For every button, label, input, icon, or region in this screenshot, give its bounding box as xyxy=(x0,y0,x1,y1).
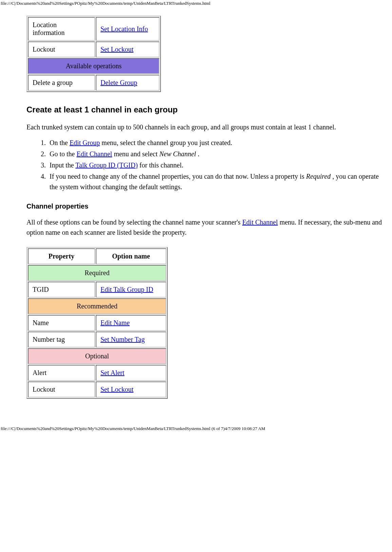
option-cell: Set Lockout xyxy=(96,381,166,397)
property-cell: Name xyxy=(28,315,95,331)
footer-file-path: file:///C|/Documents%20and%20Settings/PO… xyxy=(0,399,392,433)
list-item: On the Edit Group menu, select the chann… xyxy=(48,138,387,148)
edit-channel-link[interactable]: Edit Channel xyxy=(76,150,112,158)
option-cell: Delete Group xyxy=(96,75,160,91)
set-alert-link[interactable]: Set Alert xyxy=(100,369,125,376)
main-content: Location information Set Location Info L… xyxy=(26,16,387,399)
table-row: Lockout Set Lockout xyxy=(28,41,160,57)
channel-properties-table: Property Option name Required TGID Edit … xyxy=(26,247,168,399)
table-row: Number tag Set Number Tag xyxy=(28,332,166,348)
option-cell: Set Number Tag xyxy=(96,332,166,348)
property-cell: TGID xyxy=(28,282,95,298)
property-cell: Lockout xyxy=(28,381,95,397)
list-item: If you need to change any of the channel… xyxy=(48,171,387,192)
option-cell: Set Location Info xyxy=(96,17,160,41)
section-header-row: Recommended xyxy=(28,298,166,314)
steps-list: On the Edit Group menu, select the chann… xyxy=(26,138,387,192)
edit-group-link[interactable]: Edit Group xyxy=(70,139,100,146)
table-row: Location information Set Location Info xyxy=(28,17,160,41)
intro-paragraph: Each trunked system can contain up to 50… xyxy=(26,122,387,132)
option-cell: Set Alert xyxy=(96,365,166,381)
step-text: . xyxy=(198,150,200,158)
required-section-header: Required xyxy=(28,265,166,281)
table-header-row: Property Option name xyxy=(28,248,166,264)
delete-group-link[interactable]: Delete Group xyxy=(100,79,137,86)
table-row: TGID Edit Talk Group ID xyxy=(28,282,166,298)
edit-talk-group-id-link[interactable]: Edit Talk Group ID xyxy=(100,286,153,293)
section-header-row: Optional xyxy=(28,348,166,364)
optional-section-header: Optional xyxy=(28,348,166,364)
property-cell: Delete a group xyxy=(28,75,95,91)
step-text: If you need to change any of the channel… xyxy=(50,173,306,180)
table-row: Name Edit Name xyxy=(28,315,166,331)
table-row: Lockout Set Lockout xyxy=(28,381,166,397)
step-text: Go to the xyxy=(50,150,76,158)
property-cell: Lockout xyxy=(28,41,95,57)
edit-channel-link-2[interactable]: Edit Channel xyxy=(242,218,278,226)
edit-name-link[interactable]: Edit Name xyxy=(100,319,130,326)
property-cell: Alert xyxy=(28,365,95,381)
section-header-row: Required xyxy=(28,265,166,281)
table-row: Alert Set Alert xyxy=(28,365,166,381)
step-text: for this channel. xyxy=(138,161,183,169)
section-heading: Create at least 1 channel in each group xyxy=(26,105,387,114)
option-cell: Edit Name xyxy=(96,315,166,331)
available-operations-header: Available operations xyxy=(28,58,160,74)
step-text: Input the xyxy=(50,161,75,169)
set-number-tag-link[interactable]: Set Number Tag xyxy=(100,336,145,343)
step-text: menu, select the channel group you just … xyxy=(100,139,232,146)
set-lockout-link[interactable]: Set Lockout xyxy=(100,46,133,53)
step-emphasis: Required xyxy=(306,173,333,180)
step-text: On the xyxy=(50,139,70,146)
recommended-section-header: Recommended xyxy=(28,298,166,314)
properties-paragraph: All of these options can be found by sel… xyxy=(26,217,387,237)
step-emphasis: New Channel xyxy=(159,150,198,158)
list-item: Go to the Edit Channel menu and select N… xyxy=(48,149,387,159)
list-item: Input the Talk Group ID (TGID) for this … xyxy=(48,160,387,171)
table-row: Delete a group Delete Group xyxy=(28,75,160,91)
property-header: Property xyxy=(28,248,95,264)
step-text: menu and select xyxy=(112,150,159,158)
property-cell: Location information xyxy=(28,17,95,41)
set-lockout-link-2[interactable]: Set Lockout xyxy=(100,386,133,393)
header-file-path: file:///C|/Documents%20and%20Settings/PO… xyxy=(0,0,392,6)
option-header: Option name xyxy=(96,248,166,264)
group-options-table: Location information Set Location Info L… xyxy=(26,16,161,92)
talk-group-id-link[interactable]: Talk Group ID (TGID) xyxy=(75,161,138,169)
option-cell: Edit Talk Group ID xyxy=(96,282,166,298)
option-cell: Set Lockout xyxy=(96,41,160,57)
set-location-info-link[interactable]: Set Location Info xyxy=(100,25,148,33)
property-cell: Number tag xyxy=(28,332,95,348)
section-header-row: Available operations xyxy=(28,58,160,74)
subsection-heading: Channel properties xyxy=(26,202,387,210)
paragraph-text: All of these options can be found by sel… xyxy=(26,218,242,226)
